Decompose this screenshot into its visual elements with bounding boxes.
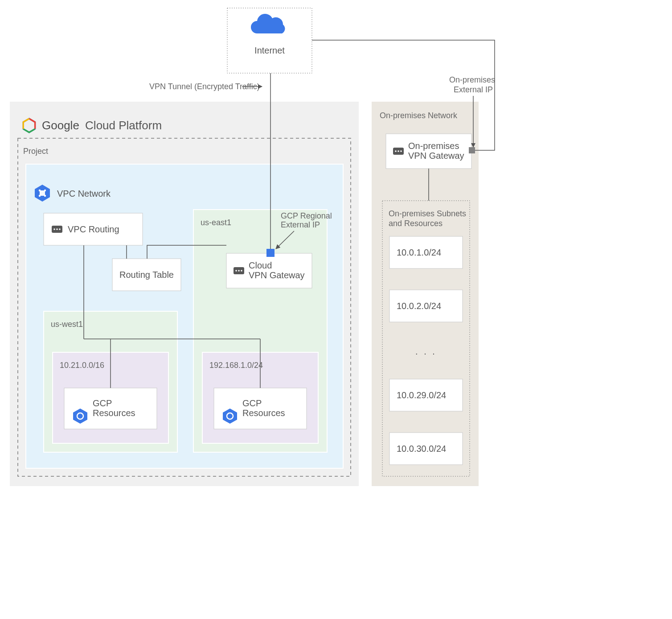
svg-text:10.0.1.0/24: 10.0.1.0/24: [397, 248, 441, 257]
svg-point-17: [238, 270, 240, 272]
svg-point-18: [241, 270, 242, 272]
svg-point-42: [400, 150, 402, 152]
svg-point-34: [56, 228, 58, 230]
svg-point-7: [39, 190, 41, 191]
svg-text:10.0.2.0/24: 10.0.2.0/24: [397, 301, 441, 311]
svg-text:On-premises
      External IP: On-premises External IP: [449, 75, 497, 94]
vpc-routing-node: VPC Routing: [44, 213, 143, 245]
onprem-panel: On-premises Network On-premises VPN Gate…: [372, 102, 479, 486]
onprem-subnet-4: 10.0.30.0/24: [389, 433, 463, 465]
gcp-panel: Google Cloud Platform Project VPC Networ…: [10, 102, 359, 486]
onprem-subnet-3: 10.0.29.0/24: [389, 379, 463, 411]
router-icon: [52, 226, 62, 233]
svg-text:On-premises
        VPN Gatewa: On-premises VPN Gateway: [408, 141, 464, 161]
svg-point-9: [39, 195, 41, 197]
svg-text:10.0.30.0/24: 10.0.30.0/24: [397, 444, 446, 454]
onprem-ext-ip-port: [469, 147, 475, 153]
routing-table-node: Routing Table: [112, 259, 181, 291]
gcp-external-ip-port: [266, 249, 275, 257]
vpc-routing-label: VPC Routing: [68, 224, 119, 234]
svg-point-41: [397, 150, 399, 152]
onprem-header: On-premises Network: [380, 111, 458, 120]
svg-point-16: [235, 270, 237, 272]
region-us-east1: us-east1 GCP Regional External IP: [193, 210, 334, 452]
vpc-network-label: VPC Network: [57, 189, 111, 198]
svg-point-40: [395, 150, 397, 152]
svg-point-35: [59, 228, 61, 230]
gcp-resources-east-node: GCP Resources: [214, 388, 307, 429]
cloud-vpn-gateway-node: Cloud VPN Gateway: [226, 249, 312, 288]
subnet-west-label: 10.21.0.0/16: [60, 361, 104, 370]
internet-label: Internet: [254, 45, 285, 55]
svg-text:10.0.29.0/24: 10.0.29.0/24: [397, 390, 446, 400]
onprem-ext-ip-label: On-premises External IP: [449, 75, 497, 94]
region-east-label: us-east1: [201, 218, 231, 227]
region-west-label: us-west1: [51, 320, 83, 329]
onprem-subnets-ellipsis: . . .: [415, 347, 437, 356]
gcp-header: Google Cloud Platform: [23, 119, 162, 132]
architecture-diagram: Internet VPN Tunnel (Encrypted Traffic) …: [0, 0, 672, 619]
subnet-east-label: 192.168.1.0/24: [209, 361, 263, 370]
svg-point-8: [44, 190, 46, 191]
svg-point-10: [44, 195, 46, 197]
project-label: Project: [23, 147, 48, 156]
vpn-tunnel-label: VPN Tunnel (Encrypted Traffic): [149, 82, 262, 91]
svg-rect-6: [40, 190, 45, 196]
onprem-subnet-2: 10.0.2.0/24: [389, 290, 463, 322]
onprem-subnet-1: 10.0.1.0/24: [389, 236, 463, 268]
gcp-resources-west-node: GCP Resources: [64, 388, 157, 429]
internet-node: Internet: [227, 8, 312, 73]
routing-table-label: Routing Table: [119, 270, 174, 280]
gateway-icon: [234, 267, 244, 274]
svg-point-33: [53, 228, 55, 230]
onprem-vpn-gateway-node: On-premises VPN Gateway: [386, 134, 475, 169]
gateway-icon: [393, 148, 404, 155]
gcp-header-text: Google Cloud Platform: [42, 119, 162, 132]
